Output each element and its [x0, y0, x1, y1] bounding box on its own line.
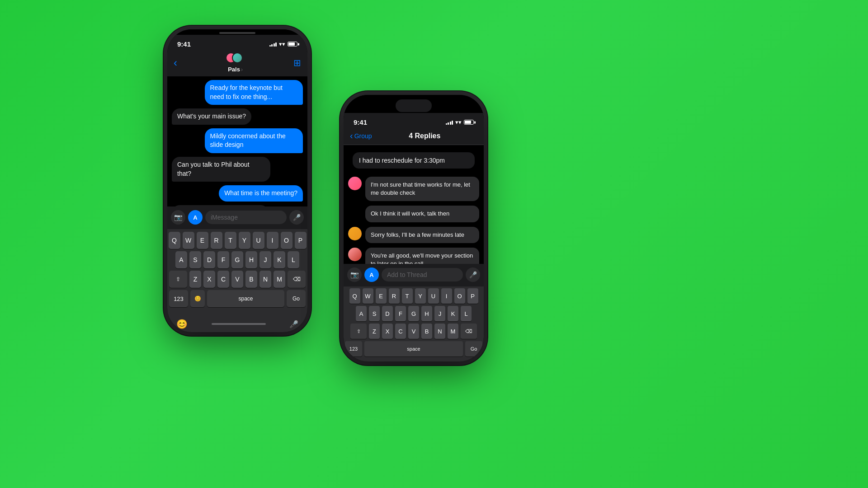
- key-u[interactable]: U: [253, 232, 264, 249]
- sm-key-h[interactable]: H: [421, 306, 432, 321]
- sm-key-b[interactable]: B: [421, 324, 432, 339]
- sm-key-q[interactable]: Q: [349, 288, 360, 304]
- sm-key-i[interactable]: I: [441, 288, 452, 304]
- sm-key-n[interactable]: N: [434, 324, 445, 339]
- thread-input[interactable]: Add to Thread: [382, 268, 463, 282]
- sm-key-j[interactable]: J: [434, 306, 445, 321]
- reply-bubble-4: You're all good, we'll move your section…: [365, 248, 479, 264]
- voice-btn-left[interactable]: 🎤: [289, 210, 304, 225]
- key-q[interactable]: Q: [169, 232, 180, 249]
- camera-btn-left[interactable]: 📷: [171, 210, 185, 225]
- sm-key-l[interactable]: L: [461, 306, 472, 321]
- key-p[interactable]: P: [295, 232, 307, 249]
- key-f[interactable]: F: [217, 251, 229, 268]
- battery-icon-right: [464, 120, 474, 125]
- sm-key-f[interactable]: F: [395, 306, 406, 321]
- key-e[interactable]: E: [197, 232, 208, 249]
- sm-key-u[interactable]: U: [428, 288, 439, 304]
- space-key[interactable]: space: [207, 290, 284, 307]
- camera-btn-right[interactable]: 📷: [347, 267, 362, 282]
- shift-key[interactable]: ⇧: [169, 271, 187, 288]
- sm-key-m[interactable]: M: [448, 324, 458, 339]
- key-j[interactable]: J: [259, 251, 271, 268]
- sm-key-a[interactable]: A: [356, 306, 367, 321]
- msg-2: What's your main issue?: [172, 108, 251, 125]
- key-l[interactable]: L: [288, 251, 299, 268]
- bottom-bar-left: 😊 🎤: [167, 313, 307, 332]
- sm-shift-key[interactable]: ⇧: [350, 324, 367, 339]
- sm-key-r[interactable]: R: [389, 288, 400, 304]
- sm-numbers-key[interactable]: 123: [345, 341, 362, 357]
- status-time-left: 9:41: [177, 40, 191, 48]
- nav-action-left[interactable]: ⊞: [293, 57, 301, 68]
- nav-bar-thread: ‹ Group 4 Replies: [344, 128, 484, 145]
- emoji-bottom-left[interactable]: 😊: [176, 319, 188, 329]
- signal-bar-r3: [450, 122, 451, 125]
- key-h[interactable]: H: [245, 251, 257, 268]
- numbers-key[interactable]: 123: [169, 290, 188, 307]
- delete-key[interactable]: ⌫: [288, 271, 306, 288]
- keyboard-row-3: ⇧ Z X C V B N M ⌫: [169, 271, 306, 288]
- mic-bottom-left[interactable]: 🎤: [289, 320, 298, 328]
- battery-fill-left: [288, 42, 295, 46]
- apps-btn-left[interactable]: A: [188, 210, 203, 225]
- key-i[interactable]: I: [267, 232, 278, 249]
- sm-go-key[interactable]: Go: [465, 341, 482, 357]
- sm-key-c[interactable]: C: [395, 324, 406, 339]
- sm-key-s[interactable]: S: [369, 306, 380, 321]
- keyboard-sm-row-2: A S D F G H J K L: [345, 306, 482, 321]
- sm-key-v[interactable]: V: [408, 324, 419, 339]
- sm-key-o[interactable]: O: [454, 288, 465, 304]
- apps-btn-right[interactable]: A: [364, 267, 379, 282]
- key-v[interactable]: V: [231, 271, 243, 288]
- key-s[interactable]: S: [189, 251, 201, 268]
- key-r[interactable]: R: [211, 232, 222, 249]
- sm-key-x[interactable]: X: [382, 324, 393, 339]
- reply-avatar-1: [348, 177, 362, 190]
- key-t[interactable]: T: [225, 232, 236, 249]
- reply-avatar-4: [348, 248, 362, 261]
- status-icons-left: ▾▾: [269, 41, 298, 47]
- phone-left: 9:41 ▾▾ ‹: [167, 29, 307, 332]
- voice-btn-right[interactable]: 🎤: [466, 267, 480, 282]
- key-o[interactable]: O: [281, 232, 292, 249]
- sm-key-e[interactable]: E: [376, 288, 387, 304]
- sm-space-key[interactable]: space: [364, 341, 463, 357]
- nav-back-left[interactable]: ‹: [174, 56, 177, 69]
- keyboard-sm-row-4: 123 space Go: [345, 341, 482, 357]
- key-a[interactable]: A: [175, 251, 187, 268]
- wifi-icon-left: ▾▾: [279, 41, 285, 47]
- keyboard-left: Q W E R T Y U I O P A S D F G H J K L: [167, 229, 307, 313]
- key-z[interactable]: Z: [189, 271, 201, 288]
- key-n[interactable]: N: [259, 271, 271, 288]
- nav-group-name-left[interactable]: Pals: [228, 66, 240, 73]
- keyboard-sm-row-3: ⇧ Z X C V B N M ⌫: [345, 324, 482, 339]
- sm-key-z[interactable]: Z: [369, 324, 380, 339]
- key-w[interactable]: W: [183, 232, 194, 249]
- nav-back-thread[interactable]: ‹ Group: [350, 131, 372, 141]
- input-bar-left: 📷 A iMessage 🎤: [167, 206, 307, 229]
- key-y[interactable]: Y: [239, 232, 250, 249]
- battery-icon-left: [288, 42, 297, 47]
- key-b[interactable]: B: [245, 271, 257, 288]
- sm-key-t[interactable]: T: [402, 288, 413, 304]
- message-input-left[interactable]: iMessage: [205, 211, 287, 224]
- nav-avatar-group-left: [226, 52, 245, 65]
- sm-key-d[interactable]: D: [382, 306, 393, 321]
- sm-key-p[interactable]: P: [467, 288, 478, 304]
- status-icons-right: ▾▾: [446, 119, 474, 126]
- sm-key-w[interactable]: W: [363, 288, 373, 304]
- go-key[interactable]: Go: [287, 290, 306, 307]
- key-x[interactable]: X: [203, 271, 215, 288]
- sm-key-y[interactable]: Y: [415, 288, 426, 304]
- signal-bar-r2: [448, 122, 449, 125]
- key-d[interactable]: D: [203, 251, 215, 268]
- key-m[interactable]: M: [274, 271, 285, 288]
- emoji-key[interactable]: 😊: [190, 290, 205, 307]
- sm-key-g[interactable]: G: [408, 306, 419, 321]
- sm-key-k[interactable]: K: [448, 306, 458, 321]
- key-k[interactable]: K: [274, 251, 285, 268]
- sm-delete-key[interactable]: ⌫: [461, 324, 477, 339]
- key-c[interactable]: C: [217, 271, 229, 288]
- key-g[interactable]: G: [231, 251, 243, 268]
